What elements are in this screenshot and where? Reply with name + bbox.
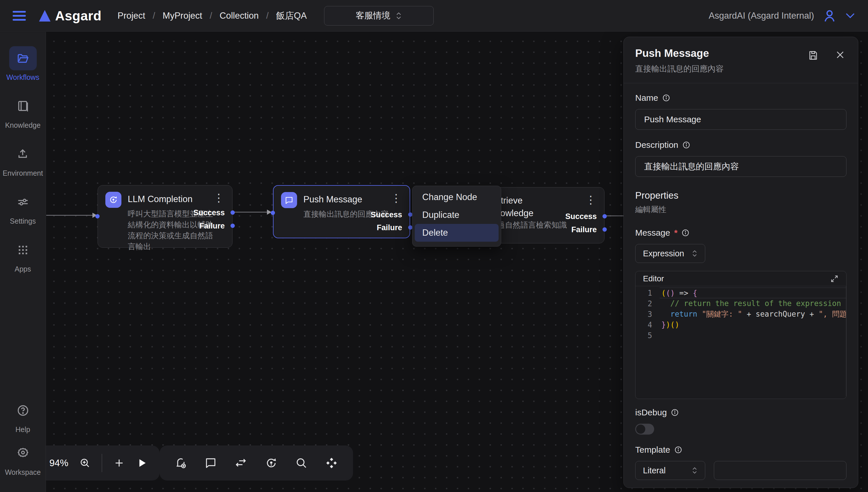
expand-editor-icon[interactable] <box>830 274 839 283</box>
context-menu-item-delete[interactable]: Delete <box>415 224 499 242</box>
node-push-message[interactable]: Push Message ⋮ 直接輸出訊息的回應內容 Success Failu… <box>273 185 410 238</box>
app-logo[interactable]: Asgard <box>39 8 101 24</box>
environment-upload-icon <box>9 142 36 166</box>
auto-layout-icon[interactable] <box>325 457 338 470</box>
name-label: Name <box>635 93 846 103</box>
node-title: Push Message <box>303 194 362 205</box>
sidebar-label: Apps <box>15 265 31 273</box>
breadcrumb-project[interactable]: Project <box>117 10 145 21</box>
success-port[interactable] <box>602 214 607 218</box>
info-icon[interactable] <box>662 94 670 102</box>
name-input[interactable] <box>635 109 846 130</box>
close-icon[interactable] <box>835 50 845 61</box>
asgard-triangle-icon <box>39 10 51 22</box>
info-icon[interactable] <box>671 409 679 417</box>
save-icon[interactable] <box>808 50 819 61</box>
success-port[interactable] <box>408 213 413 217</box>
info-icon[interactable] <box>682 141 690 149</box>
apps-grid-icon <box>9 238 37 262</box>
sidebar-item-apps[interactable]: Apps <box>9 238 37 273</box>
sidebar-label: Environment <box>3 169 43 177</box>
isdebug-toggle[interactable] <box>635 424 654 435</box>
node-context-menu: Change Node Duplicate Delete <box>412 186 501 247</box>
llm-run-icon[interactable] <box>265 457 278 470</box>
message-type-value: Expression <box>643 249 684 259</box>
environment-select-value: 客服情境 <box>356 10 390 22</box>
user-avatar-icon[interactable] <box>822 8 837 23</box>
editor-title: Editor <box>643 274 664 283</box>
info-icon[interactable] <box>674 446 682 454</box>
port-success-label: Success <box>371 211 402 219</box>
sidebar-item-environment[interactable]: Environment <box>3 142 43 177</box>
environment-select[interactable]: 客服情境 <box>324 6 434 26</box>
zoom-level: 94% <box>49 458 68 468</box>
run-workflow-button[interactable] <box>136 457 148 469</box>
isdebug-label: isDebug <box>635 408 846 417</box>
notification-add-icon[interactable] <box>175 457 187 469</box>
message-type-select[interactable]: Expression <box>635 244 705 263</box>
select-chevrons-icon <box>692 250 697 257</box>
node-llm-completion[interactable]: LLM Completion ⋮ 呼叫大型語言模型並產生結構化的資料輸出以輔助流… <box>98 185 232 248</box>
template-type-value: Literal <box>643 466 666 475</box>
toolbar-divider <box>102 454 102 472</box>
required-asterisk: * <box>674 228 678 238</box>
info-icon[interactable] <box>681 229 690 237</box>
code-lines: (() => { // return the result of the exp… <box>660 286 846 399</box>
select-chevrons-icon <box>396 12 402 20</box>
panel-subtitle: 直接輸出訊息的回應內容 <box>635 64 846 74</box>
sidebar-label: Help <box>16 425 30 434</box>
breadcrumb-myproject[interactable]: MyProject <box>163 10 202 21</box>
account-chevron-down-icon[interactable] <box>845 13 855 19</box>
breadcrumb-separator: / <box>209 10 212 21</box>
template-type-select[interactable]: Literal <box>635 461 705 480</box>
input-port[interactable] <box>95 214 100 218</box>
port-failure-label: Failure <box>571 225 597 234</box>
sidebar-item-workspace[interactable]: Workspace <box>5 441 41 476</box>
node-menu-kebab-icon[interactable]: ⋮ <box>585 195 596 205</box>
breadcrumb-separator: / <box>153 10 155 21</box>
failure-port[interactable] <box>602 227 607 232</box>
knowledge-book-icon <box>9 94 37 118</box>
sidebar-item-workflows[interactable]: Workflows <box>6 46 39 81</box>
account-name: AsgardAI (Asgard Internal) <box>709 10 814 21</box>
line-numbers: 12345 <box>636 286 660 399</box>
llm-completion-icon <box>105 192 121 208</box>
top-bar: Asgard Project / MyProject / Collection … <box>0 0 868 31</box>
search-icon[interactable] <box>295 457 308 469</box>
workspace-gear-icon <box>9 441 37 465</box>
description-input[interactable] <box>635 156 846 177</box>
zoom-in-button[interactable] <box>79 457 91 469</box>
port-success-label: Success <box>565 212 597 221</box>
sidebar-item-settings[interactable]: Settings <box>9 190 37 225</box>
node-config-panel: Push Message 直接輸出訊息的回應內容 Name <box>623 37 858 488</box>
code-editor[interactable]: 12345 (() => { // return the result of t… <box>636 286 846 399</box>
breadcrumb-collection[interactable]: Collection <box>220 10 258 21</box>
sidebar-item-knowledge[interactable]: Knowledge <box>5 94 41 129</box>
breadcrumb-separator: / <box>266 10 269 21</box>
help-question-icon <box>9 398 37 422</box>
tools-toolbar <box>159 445 353 481</box>
sidebar-item-help[interactable]: Help <box>9 398 37 434</box>
template-label: Template <box>635 445 846 455</box>
description-label: Description <box>635 140 846 150</box>
input-port[interactable] <box>271 211 275 215</box>
port-failure-label: Failure <box>377 223 402 232</box>
context-menu-item-change-node[interactable]: Change Node <box>415 188 499 206</box>
sidebar-label: Workflows <box>6 73 39 81</box>
failure-port[interactable] <box>230 224 235 228</box>
node-menu-kebab-icon[interactable]: ⋮ <box>213 193 224 203</box>
node-menu-kebab-icon[interactable]: ⋮ <box>391 193 402 203</box>
breadcrumb-current[interactable]: 飯店QA <box>276 10 307 22</box>
swap-arrows-icon[interactable] <box>234 457 247 470</box>
settings-sliders-icon <box>9 190 37 214</box>
template-value-input[interactable] <box>714 461 846 480</box>
properties-title: Properties <box>635 190 846 201</box>
success-port[interactable] <box>230 211 235 215</box>
context-menu-item-duplicate[interactable]: Duplicate <box>415 206 499 224</box>
message-label: Message * <box>635 228 846 238</box>
breadcrumb: Project / MyProject / Collection / 飯店QA <box>117 10 306 22</box>
add-node-button[interactable] <box>113 457 125 469</box>
failure-port[interactable] <box>408 225 413 230</box>
menu-hamburger-icon[interactable] <box>13 11 26 21</box>
comment-icon[interactable] <box>204 457 217 469</box>
